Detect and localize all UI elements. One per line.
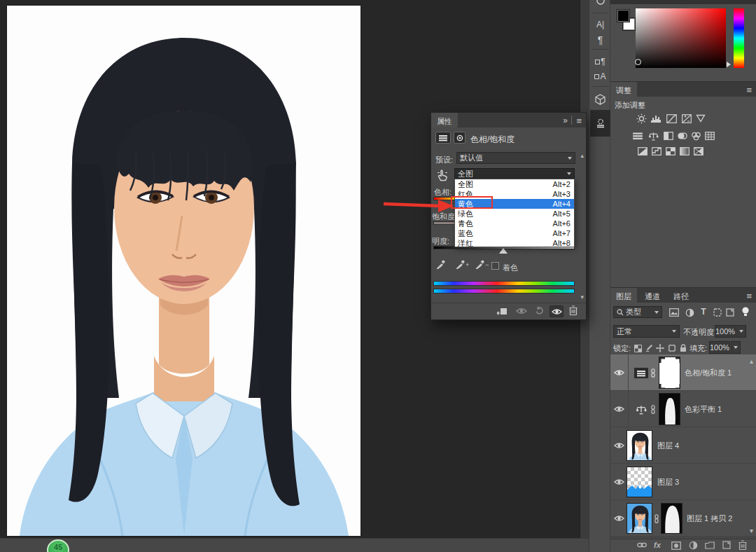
channel-select[interactable]: 全图 <box>454 168 575 179</box>
colorize-checkbox[interactable] <box>491 262 499 270</box>
type-layer-filter-icon[interactable]: T <box>696 306 710 317</box>
clip-to-layer-icon[interactable] <box>496 307 507 316</box>
panel-menu-icon[interactable]: ≡ <box>576 116 582 126</box>
tab-adjustments[interactable]: 调整 <box>610 82 637 97</box>
selective-color-icon[interactable] <box>692 146 706 157</box>
tab-layers[interactable]: 图层 <box>610 288 637 303</box>
color-balance-icon[interactable] <box>646 130 660 142</box>
preset-select[interactable]: 默认值 <box>456 152 575 164</box>
delete-layer-icon[interactable] <box>738 540 747 550</box>
tab-paths[interactable]: 路径 <box>668 288 694 303</box>
gradient-map-icon[interactable] <box>678 146 692 157</box>
photo-filter-icon[interactable] <box>675 130 689 142</box>
mask-link-icon[interactable] <box>651 405 655 414</box>
layer-row-hue-saturation[interactable]: 色相/饱和度 1 ▴ <box>610 354 756 391</box>
layer-thumbnail[interactable] <box>626 430 652 461</box>
dropdown-item-magentas[interactable]: 洋红Alt+8 <box>455 238 574 248</box>
new-group-icon[interactable] <box>705 541 715 549</box>
dropdown-item-master[interactable]: 全图Alt+2 <box>455 179 574 189</box>
document-canvas[interactable] <box>7 6 360 536</box>
foreground-color-swatch[interactable] <box>617 9 630 22</box>
hue-slider-indicator[interactable] <box>727 62 731 67</box>
scroll-down-icon[interactable]: ▾ <box>580 294 584 301</box>
panel-menu-icon[interactable]: ≡ <box>746 291 752 301</box>
toggle-visibility-icon[interactable] <box>550 305 564 317</box>
tab-properties[interactable]: 属性 <box>431 113 458 127</box>
opacity-value[interactable]: 100% <box>715 325 736 338</box>
layer-mask-thumbnail[interactable] <box>661 503 682 534</box>
invert-icon[interactable] <box>636 146 650 157</box>
opacity-dropdown-button[interactable] <box>736 325 746 338</box>
layer-row-layer1-copy2[interactable]: 图层 1 拷贝 2 ▾ <box>610 500 756 537</box>
smart-object-filter-icon[interactable] <box>723 307 737 318</box>
black-white-icon[interactable] <box>662 130 676 142</box>
posterize-icon[interactable] <box>650 146 664 157</box>
adjustment-layer-filter-icon[interactable] <box>682 307 696 318</box>
mask-indicator-icon[interactable] <box>454 132 465 144</box>
hue-saturation-icon[interactable] <box>631 130 645 142</box>
threshold-icon[interactable] <box>664 146 678 157</box>
exposure-icon[interactable] <box>680 113 694 124</box>
collapse-panel-icon[interactable]: » <box>563 116 568 125</box>
color-field-cursor[interactable] <box>635 59 641 65</box>
brightness-contrast-icon[interactable] <box>634 113 648 124</box>
layer-mask-thumbnail[interactable] <box>659 393 680 425</box>
tab-channels[interactable]: 通道 <box>639 288 666 303</box>
slider-thumb[interactable] <box>499 248 507 254</box>
channel-mixer-icon[interactable] <box>689 130 703 142</box>
hue-saturation-thumbnail[interactable] <box>634 367 649 379</box>
saturation-brightness-field[interactable] <box>636 8 726 68</box>
layer-thumbnail[interactable] <box>626 503 652 534</box>
layer-row-color-balance[interactable]: 色彩平衡 1 <box>610 391 756 427</box>
layer-row-layer4[interactable]: 图层 4 <box>610 427 756 464</box>
delete-adjustment-icon[interactable] <box>569 305 578 315</box>
lock-all-icon[interactable] <box>676 343 690 354</box>
layer-thumbnail[interactable] <box>626 467 652 497</box>
pixel-layer-filter-icon[interactable] <box>667 307 681 318</box>
layer-visibility-toggle[interactable] <box>610 391 629 427</box>
dropdown-item-cyans[interactable]: 青色Alt+6 <box>455 219 574 228</box>
curves-icon[interactable] <box>664 113 678 124</box>
paragraph-styles-panel-icon[interactable]: A <box>589 69 611 83</box>
scroll-up-icon[interactable]: ▴ <box>580 152 584 159</box>
fill-value[interactable]: 100% <box>709 341 730 354</box>
shape-layer-filter-icon[interactable] <box>710 307 724 318</box>
scroll-up-icon[interactable]: ▴ <box>750 357 753 365</box>
paragraph-panel-icon[interactable]: ¶ <box>589 33 611 47</box>
3d-panel-icon[interactable] <box>589 92 611 106</box>
new-adjustment-icon[interactable] <box>689 541 698 550</box>
blend-mode-select[interactable]: 正常 <box>613 325 680 338</box>
layer-mask-thumbnail[interactable] <box>659 357 680 389</box>
layer-visibility-toggle[interactable] <box>610 354 629 391</box>
layer-styles-icon[interactable]: fx <box>654 541 661 549</box>
collapsed-panel-icon[interactable] <box>589 0 611 8</box>
targeted-adjustment-tool-icon[interactable] <box>435 168 449 182</box>
link-layers-icon[interactable] <box>637 542 647 548</box>
color-lookup-icon[interactable] <box>703 130 717 142</box>
vibrance-icon[interactable] <box>694 113 708 124</box>
scroll-down-icon[interactable]: ▾ <box>750 527 753 534</box>
layer-row-layer3[interactable]: 图层 3 <box>610 464 756 500</box>
mask-link-icon[interactable] <box>651 368 655 378</box>
hue-slider[interactable] <box>734 8 744 68</box>
fill-dropdown-button[interactable] <box>731 341 741 354</box>
color-balance-thumbnail[interactable] <box>634 403 649 415</box>
dropdown-item-blues[interactable]: 蓝色Alt+7 <box>455 228 574 238</box>
layer-filter-select[interactable]: 类型 <box>613 306 662 318</box>
view-previous-state-icon[interactable] <box>516 308 527 315</box>
character-styles-panel-icon[interactable]: ¶ <box>589 55 611 69</box>
dropdown-item-greens[interactable]: 绿色Alt+5 <box>455 209 574 219</box>
character-panel-icon[interactable]: A| <box>589 18 611 32</box>
mask-link-icon[interactable] <box>654 514 659 523</box>
eyedropper-add-icon[interactable]: + <box>455 260 469 270</box>
new-layer-icon[interactable] <box>722 541 731 549</box>
levels-icon[interactable] <box>649 113 663 124</box>
properties-panel-icon[interactable] <box>590 110 610 137</box>
reset-icon[interactable] <box>535 306 544 315</box>
filter-toggle-icon[interactable] <box>738 306 752 317</box>
eyedropper-subtract-icon[interactable]: − <box>475 260 489 270</box>
add-mask-icon[interactable] <box>671 541 681 550</box>
panel-menu-icon[interactable]: ≡ <box>746 85 752 95</box>
lock-label: 锁定: <box>613 345 631 352</box>
eyedropper-icon[interactable] <box>435 260 445 270</box>
